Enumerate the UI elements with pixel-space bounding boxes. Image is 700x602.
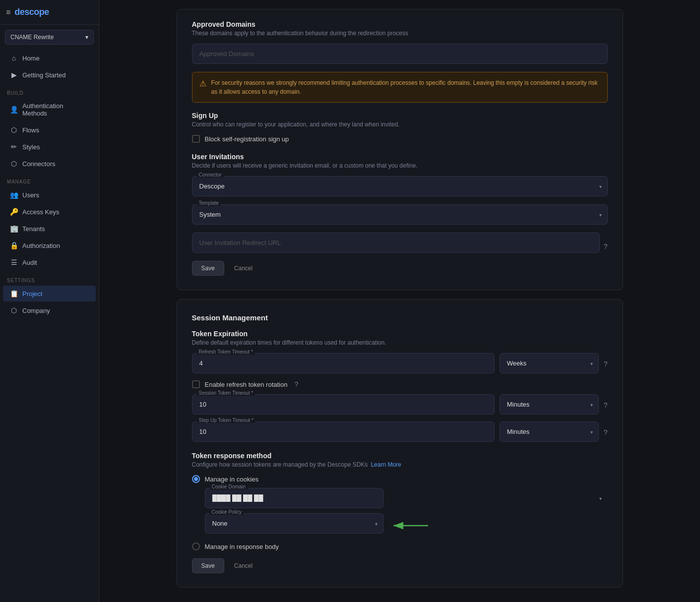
green-arrow-annotation	[388, 518, 433, 533]
step-up-unit-select[interactable]: Minutes Hours Days Weeks	[500, 421, 599, 442]
cookie-policy-select[interactable]: None Strict Lax	[205, 513, 383, 534]
token-expiration-title: Token Expiration	[192, 330, 608, 338]
step-up-input-wrap: Step Up Token Timeout *	[192, 421, 495, 442]
sidebar-item-flows[interactable]: ⬡ Flows	[3, 122, 96, 138]
sign-up-title: Sign Up	[192, 112, 608, 120]
cookie-policy-block: Cookie Policy None Strict Lax ▾	[205, 513, 608, 534]
sidebar-header: ≡ descope	[0, 0, 99, 25]
connector-select[interactable]: Descope	[192, 176, 608, 196]
block-self-reg-checkbox[interactable]	[192, 135, 200, 143]
cookie-domain-select[interactable]: ████ ██ ██ ██	[205, 488, 383, 508]
session-token-row: Session Token Timeout * Minutes Hours Da…	[192, 394, 608, 415]
sidebar-item-label: Authentication Methods	[22, 102, 89, 117]
session-cancel-button[interactable]: Cancel	[227, 559, 259, 573]
manage-response-body-row: Manage in response body	[192, 542, 608, 550]
cookie-domain-chevron-icon: ▾	[599, 495, 602, 501]
connectors-icon: ⬡	[10, 160, 18, 168]
menu-icon[interactable]: ≡	[6, 8, 10, 17]
refresh-token-help-icon[interactable]: ?	[604, 360, 608, 368]
sidebar-item-styles[interactable]: ✏ Styles	[3, 139, 96, 155]
sidebar-item-label: Audit	[22, 259, 37, 266]
refresh-token-input[interactable]	[192, 353, 495, 373]
token-response-desc: Configure how session tokens are managed…	[192, 461, 368, 468]
sidebar: ≡ descope CNAME Rewrite ▾ ⌂ Home ▶ Getti…	[0, 0, 99, 602]
connector-field: Connector Descope ▾	[192, 176, 608, 196]
step-up-help-icon[interactable]: ?	[604, 428, 608, 436]
token-response-block: Token response method Configure how sess…	[192, 452, 608, 550]
template-field: Template System ▾	[192, 204, 608, 225]
cookie-domain-block: Cookie Domain ████ ██ ██ ██ ▾	[205, 488, 608, 508]
sidebar-item-auth-methods[interactable]: 👤 Authentication Methods	[3, 98, 96, 121]
company-icon: ⬡	[10, 306, 18, 314]
cname-chevron-icon: ▾	[85, 34, 88, 41]
session-token-help-icon[interactable]: ?	[604, 401, 608, 409]
sidebar-item-company[interactable]: ⬡ Company	[3, 302, 96, 318]
invitations-save-button[interactable]: Save	[192, 261, 224, 276]
manage-response-body-radio[interactable]	[192, 542, 200, 550]
refresh-token-unit-select[interactable]: Weeks Days Hours Minutes	[500, 353, 599, 373]
connector-label: Connector	[197, 172, 224, 178]
invitations-cancel-button[interactable]: Cancel	[227, 261, 259, 275]
cname-label: CNAME Rewrite	[10, 34, 54, 41]
enable-rotation-label: Enable refresh token rotation	[205, 381, 288, 388]
sign-up-desc: Control who can register to your applica…	[192, 121, 608, 128]
approved-domains-title: Approved Domains	[192, 20, 608, 28]
redirect-url-help-icon[interactable]: ?	[604, 242, 608, 250]
sidebar-item-connectors[interactable]: ⬡ Connectors	[3, 156, 96, 172]
manage-cookies-row: Manage in cookies	[192, 475, 608, 483]
sidebar-item-label: Access Keys	[22, 208, 59, 216]
warning-text: For security reasons we strongly recomme…	[211, 78, 600, 96]
styles-icon: ✏	[10, 143, 18, 151]
cname-selector[interactable]: CNAME Rewrite ▾	[5, 30, 94, 45]
enable-rotation-help-icon[interactable]: ?	[294, 380, 298, 388]
approved-domains-input[interactable]	[192, 44, 608, 64]
session-token-unit-select[interactable]: Minutes Hours Days Weeks	[500, 394, 599, 415]
enable-rotation-row: Enable refresh token rotation ?	[192, 380, 608, 388]
sidebar-item-label: Flows	[22, 126, 39, 134]
session-management-section: Session Management Token Expiration Defi…	[177, 299, 623, 588]
token-response-title: Token response method	[192, 452, 608, 460]
sidebar-item-getting-started[interactable]: ▶ Getting Started	[3, 67, 96, 83]
user-invitations-desc: Decide if users will receive a generic i…	[192, 162, 608, 169]
invitations-btn-row: Save Cancel	[192, 261, 608, 276]
sidebar-item-project[interactable]: 📋 Project	[3, 286, 96, 301]
sidebar-item-label: Users	[22, 191, 39, 199]
sidebar-item-label: Project	[22, 290, 42, 298]
project-icon: 📋	[10, 290, 18, 298]
sidebar-section-settings: Settings	[0, 271, 99, 285]
approved-domains-desc: These domains apply to the authenticatio…	[192, 30, 608, 37]
approved-domains-field	[192, 44, 608, 64]
refresh-token-unit-wrap: Weeks Days Hours Minutes ▾	[500, 353, 599, 373]
sidebar-item-label: Authorization	[22, 242, 60, 249]
learn-more-link[interactable]: Learn More	[371, 461, 401, 468]
refresh-token-input-wrap: Refresh Token Timeout *	[192, 353, 495, 373]
approved-domains-section: Approved Domains These domains apply to …	[177, 9, 623, 290]
manage-cookies-label: Manage in cookies	[205, 476, 258, 483]
manage-cookies-radio[interactable]	[192, 475, 200, 483]
audit-icon: ☰	[10, 258, 18, 266]
sidebar-item-authorization[interactable]: 🔒 Authorization	[3, 238, 96, 253]
sidebar-item-access-keys[interactable]: 🔑 Access Keys	[3, 204, 96, 220]
sidebar-item-audit[interactable]: ☰ Audit	[3, 254, 96, 270]
session-token-input[interactable]	[192, 394, 495, 415]
template-select[interactable]: System	[192, 204, 608, 225]
sidebar-item-tenants[interactable]: 🏢 Tenants	[3, 221, 96, 237]
auth-methods-icon: 👤	[10, 106, 18, 114]
sidebar-item-label: Getting Started	[22, 71, 65, 79]
step-up-token-row: Step Up Token Timeout * Minutes Hours Da…	[192, 421, 608, 442]
session-token-input-wrap: Session Token Timeout *	[192, 394, 495, 415]
token-expiration-block: Token Expiration Define default expirati…	[192, 330, 608, 442]
enable-rotation-checkbox[interactable]	[192, 380, 200, 388]
sidebar-item-home[interactable]: ⌂ Home	[3, 50, 96, 66]
template-label: Template	[197, 200, 221, 206]
session-token-unit-wrap: Minutes Hours Days Weeks ▾	[500, 394, 599, 415]
step-up-token-input[interactable]	[192, 421, 495, 442]
warning-box: ⚠ For security reasons we strongly recom…	[192, 72, 608, 103]
step-up-token-label: Step Up Token Timeout *	[197, 418, 255, 423]
sidebar-section-build: Build	[0, 83, 99, 98]
sidebar-section-manage: Manage	[0, 172, 99, 186]
cookie-domain-label: Cookie Domain	[210, 484, 248, 489]
redirect-url-input[interactable]	[192, 233, 600, 253]
sidebar-item-users[interactable]: 👥 Users	[3, 187, 96, 203]
session-save-button[interactable]: Save	[192, 558, 224, 573]
